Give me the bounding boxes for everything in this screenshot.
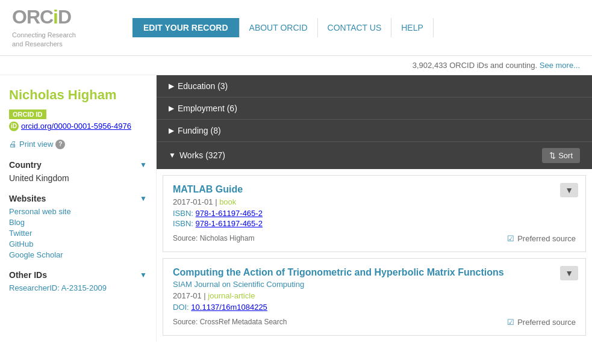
works-header: ▼ Works (327) ⇅ Sort xyxy=(157,142,592,169)
preferred-source-2: ☑ Preferred source xyxy=(507,318,576,327)
website-twitter[interactable]: Twitter xyxy=(9,229,147,238)
preferred-source-label-1: Preferred source xyxy=(517,234,576,243)
works-list: ▼ MATLAB Guide 2017-01-01 | book ISBN: 9… xyxy=(157,175,592,336)
websites-header: Websites ▼ xyxy=(9,194,147,203)
sort-button-label: Sort xyxy=(558,151,573,160)
subheader: 3,902,433 ORCID iDs and counting. See mo… xyxy=(0,56,592,75)
print-icon: 🖨 xyxy=(9,140,17,149)
main-layout: Nicholas Higham ORCID ID iD orcid.org/00… xyxy=(0,75,592,342)
websites-section: Websites ▼ Personal web site Blog Twitte… xyxy=(9,194,147,259)
sidebar: Nicholas Higham ORCID ID iD orcid.org/00… xyxy=(0,75,157,342)
work-journal-2: SIAM Journal on Scientific Computing xyxy=(173,280,576,289)
work-date-2: 2017-01 xyxy=(173,291,202,300)
logo-area: ORCiD Connecting Research and Researcher… xyxy=(12,6,132,49)
isbn-link-1a[interactable]: 978-1-61197-465-2 xyxy=(196,209,263,218)
work-card-1: ▼ MATLAB Guide 2017-01-01 | book ISBN: 9… xyxy=(163,175,586,252)
work-meta-1: 2017-01-01 | book xyxy=(173,197,576,206)
work-isbn1-1: ISBN: 978-1-61197-465-2 xyxy=(173,209,576,218)
work-date-1: 2017-01-01 xyxy=(173,197,213,206)
country-section: Country ▼ United Kingdom xyxy=(9,160,147,183)
works-title-area: ▼ Works (327) xyxy=(169,150,225,160)
work-isbn2-1: ISBN: 978-1-61197-465-2 xyxy=(173,219,576,228)
work-type-2: journal-article xyxy=(208,291,255,300)
employment-label: Employment (6) xyxy=(178,103,237,113)
websites-dropdown-icon[interactable]: ▼ xyxy=(140,194,147,203)
work-type-1: book xyxy=(219,197,236,206)
funding-label: Funding (8) xyxy=(178,126,221,135)
website-google-scholar[interactable]: Google Scholar xyxy=(9,250,147,259)
sort-icon: ⇅ xyxy=(549,151,556,160)
country-dropdown-icon[interactable]: ▼ xyxy=(140,161,147,169)
doi-link-2[interactable]: 10.1137/16m1084225 xyxy=(191,303,267,312)
orcid-id-section: ORCID ID iD orcid.org/0000-0001-5956-497… xyxy=(9,109,147,131)
edit-record-nav[interactable]: EDIT YOUR RECORD xyxy=(132,18,239,37)
country-header: Country ▼ xyxy=(9,160,147,170)
orcid-count: 3,902,433 ORCID iDs and counting. xyxy=(413,61,537,70)
work-footer-2: Source: CrossRef Metadata Search ☑ Prefe… xyxy=(173,318,576,327)
country-value: United Kingdom xyxy=(9,173,147,183)
sort-button[interactable]: ⇅ Sort xyxy=(542,148,580,163)
work-source-1: Source: Nicholas Higham xyxy=(173,234,254,242)
work-menu-btn-1[interactable]: ▼ xyxy=(560,183,578,197)
header: ORCiD Connecting Research and Researcher… xyxy=(0,0,592,56)
print-view-btn[interactable]: 🖨 Print view ? xyxy=(9,140,147,149)
website-personal[interactable]: Personal web site xyxy=(9,207,147,216)
logo: ORCiD xyxy=(12,6,132,28)
accordion: ▶ Education (3) ▶ Employment (6) ▶ Fundi… xyxy=(157,75,592,169)
funding-arrow-icon: ▶ xyxy=(169,126,174,135)
work-title-1[interactable]: MATLAB Guide xyxy=(173,184,243,194)
websites-label: Websites xyxy=(9,194,46,203)
education-arrow-icon: ▶ xyxy=(169,82,174,90)
education-label: Education (3) xyxy=(178,81,228,91)
check-icon-2: ☑ xyxy=(507,318,514,327)
work-source-2: Source: CrossRef Metadata Search xyxy=(173,318,287,326)
work-title-2[interactable]: Computing the Action of Trigonometric an… xyxy=(173,267,504,277)
profile-name: Nicholas Higham xyxy=(9,87,147,103)
logo-green-letter: i xyxy=(53,6,58,28)
work-footer-1: Source: Nicholas Higham ☑ Preferred sour… xyxy=(173,234,576,243)
other-ids-list: ResearcherID: A-2315-2009 xyxy=(9,283,147,292)
other-ids-dropdown-icon[interactable]: ▼ xyxy=(140,271,147,279)
about-orcid-nav[interactable]: ABOUT ORCID xyxy=(239,18,317,37)
orcid-id-value: iD orcid.org/0000-0001-5956-4976 xyxy=(9,122,147,131)
contact-us-nav[interactable]: CONTACT US xyxy=(317,18,391,37)
logo-text: ORCiD xyxy=(12,6,71,28)
accordion-employment[interactable]: ▶ Employment (6) xyxy=(157,97,592,120)
orcid-id-label: ORCID ID xyxy=(9,110,46,119)
help-nav[interactable]: HELP xyxy=(391,18,434,37)
employment-arrow-icon: ▶ xyxy=(169,104,174,113)
works-label: Works (327) xyxy=(179,150,225,160)
help-icon[interactable]: ? xyxy=(55,140,65,149)
researcher-id-link[interactable]: ResearcherID: A-2315-2009 xyxy=(9,283,147,292)
country-label: Country xyxy=(9,160,42,170)
accordion-education[interactable]: ▶ Education (3) xyxy=(157,75,592,97)
work-menu-btn-2[interactable]: ▼ xyxy=(560,266,578,280)
other-ids-header: Other IDs ▼ xyxy=(9,270,147,280)
website-blog[interactable]: Blog xyxy=(9,218,147,227)
main-nav: EDIT YOUR RECORD ABOUT ORCID CONTACT US … xyxy=(132,18,434,37)
other-ids-section: Other IDs ▼ ResearcherID: A-2315-2009 xyxy=(9,270,147,292)
isbn-link-1b[interactable]: 978-1-61197-465-2 xyxy=(196,219,263,228)
logo-subtitle: Connecting Research and Researchers xyxy=(12,31,132,49)
work-doi-2: DOI: 10.1137/16m1084225 xyxy=(173,303,576,312)
accordion-funding[interactable]: ▶ Funding (8) xyxy=(157,120,592,142)
orcid-badge-icon: iD xyxy=(9,122,19,131)
website-github[interactable]: GitHub xyxy=(9,239,147,248)
orcid-id-link[interactable]: orcid.org/0000-0001-5956-4976 xyxy=(21,122,131,131)
work-card-2: ▼ Computing the Action of Trigonometric … xyxy=(163,258,586,336)
content-area: ▶ Education (3) ▶ Employment (6) ▶ Fundi… xyxy=(157,75,592,342)
works-arrow-icon: ▼ xyxy=(169,151,176,159)
work-meta-2: 2017-01 | journal-article xyxy=(173,291,576,300)
websites-list: Personal web site Blog Twitter GitHub Go… xyxy=(9,207,147,259)
preferred-source-label-2: Preferred source xyxy=(517,318,576,327)
see-more-link[interactable]: See more... xyxy=(540,61,580,70)
preferred-source-1: ☑ Preferred source xyxy=(507,234,576,243)
check-icon-1: ☑ xyxy=(507,234,514,243)
other-ids-label: Other IDs xyxy=(9,270,47,280)
